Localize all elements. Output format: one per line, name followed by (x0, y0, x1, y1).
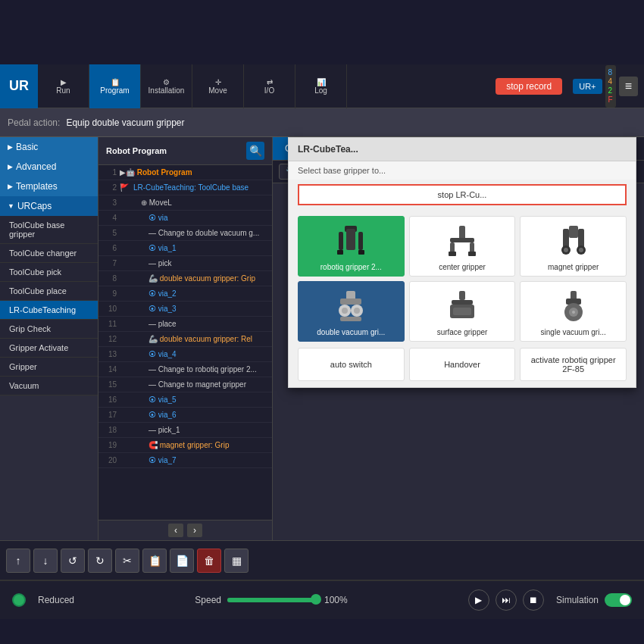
speed-thumb (311, 594, 321, 605)
nav-io[interactable]: ⇄ I/O (244, 64, 295, 108)
gripper-cell-robotiq[interactable]: robotiq gripper 2... (298, 216, 405, 277)
cut-button[interactable]: ✂ (115, 549, 139, 573)
sidebar-item-gripper-activate[interactable]: Gripper Activate (0, 339, 98, 358)
sidebar-item-grip-check[interactable]: Grip Check (0, 320, 98, 339)
sidebar-item-gripper[interactable]: Gripper (0, 358, 98, 377)
code-header: Robot Program 🔍 (98, 137, 272, 165)
svg-point-17 (564, 248, 568, 252)
sidebar-section-urcaps[interactable]: URCaps (0, 196, 98, 216)
search-button[interactable]: 🔍 (246, 142, 264, 160)
magnet-gripper-label: magnet gripper (548, 263, 599, 271)
code-line-6[interactable]: 6 ⦿ via_1 (98, 241, 272, 256)
gripper-cell-magnet[interactable]: magnet gripper (520, 216, 627, 277)
play-button[interactable]: ▶ (468, 589, 489, 611)
code-line-2[interactable]: 2 🚩 LR-CubeTeaching: ToolCube base (98, 180, 272, 195)
code-line-13[interactable]: 13 ⦿ via_4 (98, 347, 272, 362)
io-icon: ⇄ (267, 78, 273, 86)
sidebar-item-vacuum[interactable]: Vacuum (0, 377, 98, 395)
scroll-right-button[interactable]: › (187, 524, 202, 537)
redo-button[interactable]: ↻ (88, 549, 112, 573)
menu-button[interactable]: ≡ (619, 77, 638, 96)
gripper-overlay: LR-CubeTea... Select base gripper to... … (288, 137, 636, 388)
gripper-cell-double-vacuum[interactable]: double vacuum gri... (298, 281, 405, 342)
pedal-value: Equip double vacuum gripper (66, 117, 636, 128)
speed-percentage: 100% (324, 595, 348, 605)
stop-lr-button[interactable]: stop LR-Cu... (298, 184, 627, 205)
nav-run[interactable]: ▶ Run (38, 64, 89, 108)
code-line-5[interactable]: 5 — Change to double vacuum g... (98, 226, 272, 241)
svg-rect-5 (346, 229, 355, 250)
code-line-18[interactable]: 18 — pick_1 (98, 423, 272, 438)
code-panel: Robot Program 🔍 1 ▶ 🤖 Robot Program 2 🚩 … (98, 137, 273, 540)
code-line-4[interactable]: 4 ⦿ via (98, 211, 272, 226)
svg-point-23 (342, 308, 348, 314)
grid-button[interactable]: ▦ (224, 549, 249, 573)
sidebar-item-toolcube-changer[interactable]: ToolCube changer (0, 244, 98, 263)
nav-program[interactable]: 📋 Program (89, 64, 141, 108)
move-icon: ✛ (215, 78, 221, 86)
speed-bar[interactable] (227, 598, 318, 602)
speed-section: Speed 100% (86, 595, 456, 605)
code-line-14[interactable]: 14 — Change to robotiq gripper 2... (98, 362, 272, 377)
gripper-cell-surface[interactable]: surface gripper (409, 281, 516, 342)
gripper-handover[interactable]: Handover (409, 348, 516, 381)
gripper-auto-switch[interactable]: auto switch (298, 348, 405, 381)
sidebar-section-advanced[interactable]: Advanced (0, 157, 98, 177)
program-icon: 📋 (111, 78, 120, 86)
step-button[interactable]: ⏭ (496, 589, 517, 611)
move-down-button[interactable]: ↓ (33, 549, 58, 573)
copy-button[interactable]: 📋 (142, 549, 167, 573)
sidebar-section-templates[interactable]: Templates (0, 177, 98, 196)
sidebar-item-toolcube-place[interactable]: ToolCube place (0, 282, 98, 301)
gripper-cell-single-vacuum[interactable]: single vacuum gri... (520, 281, 627, 342)
code-line-16[interactable]: 16 ⦿ via_5 (98, 392, 272, 408)
svg-rect-12 (569, 226, 578, 238)
robotiq-gripper-label: robotiq gripper 2... (320, 263, 382, 271)
code-line-1[interactable]: 1 ▶ 🤖 Robot Program (98, 165, 272, 180)
code-line-17[interactable]: 17 ⦿ via_6 (98, 408, 272, 423)
nav-installation[interactable]: ⚙ Installation (141, 64, 192, 108)
gripper-activate-robotiq[interactable]: activate robotiq gripper 2F-85 (520, 348, 627, 381)
stop-button[interactable]: ⏹ (523, 589, 544, 611)
code-line-20[interactable]: 20 ⦿ via_7 (98, 453, 272, 468)
simulation-toggle[interactable] (605, 593, 632, 607)
svg-point-24 (354, 308, 360, 314)
move-up-button[interactable]: ↑ (6, 549, 30, 573)
sidebar-item-toolcube-base[interactable]: ToolCube base gripper (0, 216, 98, 244)
speed-label: Speed (195, 595, 221, 605)
single-vacuum-image (555, 287, 592, 325)
delete-button[interactable]: 🗑 (197, 549, 221, 573)
nav-log[interactable]: 📊 Log (295, 64, 347, 108)
gripper-cell-center[interactable]: center gripper (409, 216, 516, 277)
sidebar-item-toolcube-pick[interactable]: ToolCube pick (0, 263, 98, 282)
surface-gripper-label: surface gripper (437, 328, 488, 336)
magnet-gripper-image (555, 222, 592, 260)
code-line-10[interactable]: 10 ⦿ via_3 (98, 302, 272, 317)
sidebar-item-lr-cubeteaching[interactable]: LR-CubeTeaching (0, 301, 98, 320)
code-line-15[interactable]: 15 — Change to magnet gripper (98, 377, 272, 392)
code-line-7[interactable]: 7 — pick (98, 256, 272, 271)
double-vacuum-label: double vacuum gri... (317, 328, 385, 336)
svg-rect-4 (358, 250, 364, 255)
stop-record-button[interactable]: stop record (496, 78, 562, 95)
scroll-left-button[interactable]: ‹ (168, 524, 183, 537)
pedal-bar: Pedal action: Equip double vacuum grippe… (0, 108, 644, 137)
nav-move[interactable]: ✛ Move (192, 64, 244, 108)
code-line-12[interactable]: 12 🦾 double vacuum gripper: Rel (98, 332, 272, 347)
gripper-grid: robotiq gripper 2... center gripper (289, 210, 636, 348)
surface-gripper-image (443, 287, 481, 325)
code-line-9[interactable]: 9 ⦿ via_2 (98, 286, 272, 302)
svg-point-34 (572, 311, 575, 314)
code-lines[interactable]: 1 ▶ 🤖 Robot Program 2 🚩 LR-CubeTeaching:… (98, 165, 272, 520)
code-title: Robot Program (106, 146, 167, 155)
code-line-11[interactable]: 11 — place (98, 317, 272, 332)
sidebar-section-basic[interactable]: Basic (0, 137, 98, 157)
code-line-8[interactable]: 8 🦾 double vacuum gripper: Grip (98, 271, 272, 286)
code-line-19[interactable]: 19 🧲 magnet gripper: Grip (98, 438, 272, 453)
undo-button[interactable]: ↺ (61, 549, 85, 573)
paste-button[interactable]: 📄 (170, 549, 194, 573)
toggle-knob (620, 595, 630, 605)
gripper-text-options: auto switch Handover activate robotiq gr… (289, 348, 636, 387)
svg-rect-11 (468, 252, 476, 256)
code-line-3[interactable]: 3 ⊕ MoveL (98, 195, 272, 211)
